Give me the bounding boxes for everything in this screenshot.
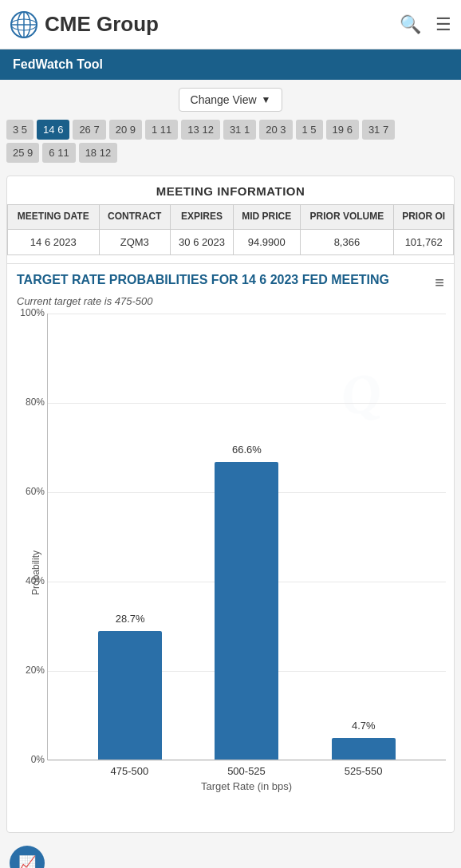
date-pills-container: 3 514 626 720 91 1113 1231 120 31 519 63… — [0, 116, 461, 169]
logo-text: CME Group — [45, 12, 159, 37]
y-axis-label: 40% — [13, 575, 45, 586]
y-axis-label: 100% — [13, 307, 45, 318]
main-card: MEETING INFORMATION MEETING DATECONTRACT… — [6, 176, 455, 833]
y-axis-label: 60% — [13, 486, 45, 497]
chart-section: TARGET RATE PROBABILITIES FOR 14 6 2023 … — [7, 263, 454, 832]
y-axis-label: 20% — [13, 665, 45, 676]
date-pill[interactable]: 20 3 — [259, 120, 292, 140]
x-axis-labels: 475-500500-525525-550 — [47, 760, 446, 777]
bar-value-label: 28.7% — [116, 613, 145, 625]
table-header-row: MEETING DATECONTRACTEXPIRESMID PRICEPRIO… — [8, 205, 454, 230]
search-icon[interactable]: 🔍 — [400, 14, 421, 35]
x-axis-label: 475-500 — [97, 765, 161, 777]
menu-icon[interactable]: ☰ — [435, 14, 451, 35]
chart-header: TARGET RATE PROBABILITIES FOR 14 6 2023 … — [7, 264, 454, 295]
bar-group: 28.7% — [98, 613, 162, 760]
chart-plot-area: Q 100%80%60%40%20%0% 28.7%66.6%4.7% — [47, 314, 446, 760]
bar-value-label: 4.7% — [352, 720, 376, 732]
bar — [98, 631, 162, 760]
header: CME Group 🔍 ☰ — [0, 0, 461, 49]
y-axis-title: Probability — [30, 550, 41, 595]
date-pill[interactable]: 20 9 — [109, 120, 142, 140]
bottom-nav: 📈 — [0, 839, 461, 868]
grid-line — [48, 760, 446, 761]
chart-subtitle: Current target rate is 475-500 — [7, 295, 454, 314]
fedwatch-bar: FedWatch Tool — [0, 49, 461, 80]
chart-title: TARGET RATE PROBABILITIES FOR 14 6 2023 … — [17, 272, 435, 289]
table-header-cell: CONTRACT — [99, 205, 171, 230]
table-header-cell: MID PRICE — [233, 205, 300, 230]
meeting-info-table: MEETING DATECONTRACTEXPIRESMID PRICEPRIO… — [7, 204, 454, 255]
bar — [332, 738, 396, 759]
date-pill[interactable]: 1 5 — [296, 120, 323, 140]
date-pill[interactable]: 19 6 — [326, 120, 359, 140]
date-row-1: 3 514 626 720 91 1113 1231 120 31 519 63… — [6, 120, 455, 140]
chart-icon: 📈 — [18, 854, 36, 868]
bottom-circle-button[interactable]: 📈 — [10, 846, 45, 868]
x-axis-label: 525-550 — [332, 765, 396, 777]
x-axis-title: Target Rate (in bps) — [47, 777, 446, 792]
header-icons: 🔍 ☰ — [400, 14, 451, 35]
table-header-cell: PRIOR VOLUME — [300, 205, 394, 230]
date-pill[interactable]: 6 11 — [42, 143, 75, 163]
date-pill[interactable]: 25 9 — [6, 143, 39, 163]
cme-globe-icon — [10, 10, 38, 39]
date-pill[interactable]: 31 7 — [362, 120, 395, 140]
date-row-2: 25 96 1118 12 — [6, 143, 455, 163]
date-pill[interactable]: 3 5 — [6, 120, 33, 140]
bar-group: 66.6% — [215, 444, 278, 760]
date-pill[interactable]: 13 12 — [181, 120, 220, 140]
table-header-cell: EXPIRES — [171, 205, 234, 230]
meeting-date-cell: 14 6 2023 — [8, 229, 100, 254]
date-pill[interactable]: 1 11 — [145, 120, 178, 140]
table-header-cell: MEETING DATE — [8, 205, 100, 230]
date-pill[interactable]: 18 12 — [79, 143, 118, 163]
date-pill[interactable]: 14 6 — [37, 120, 69, 140]
date-pill[interactable]: 26 7 — [73, 120, 105, 140]
chart-menu-icon[interactable]: ≡ — [435, 274, 444, 292]
y-axis-label: 80% — [13, 397, 45, 408]
table-row: 14 6 2023 ZQM3 30 6 2023 94.9900 8,366 1… — [8, 229, 454, 254]
prior-volume-cell: 8,366 — [300, 229, 394, 254]
table-header-cell: PRIOR OI — [394, 205, 454, 230]
x-axis-label: 500-525 — [215, 765, 278, 777]
mid-price-cell: 94.9900 — [233, 229, 300, 254]
change-view-row: Change View ▼ — [0, 80, 461, 116]
date-pill[interactable]: 31 1 — [223, 120, 256, 140]
prior-oi-cell: 101,762 — [394, 229, 454, 254]
logo-container: CME Group — [10, 10, 400, 39]
bar — [215, 462, 278, 760]
meeting-info-section: MEETING INFORMATION MEETING DATECONTRACT… — [7, 176, 454, 255]
y-axis-label: 0% — [13, 754, 45, 765]
bar-value-label: 66.6% — [232, 444, 262, 456]
bars-area: 28.7%66.6%4.7% — [48, 314, 446, 760]
meeting-info-title: MEETING INFORMATION — [7, 176, 454, 204]
expires-cell: 30 6 2023 — [171, 229, 234, 254]
chevron-down-icon: ▼ — [262, 94, 271, 105]
change-view-button[interactable]: Change View ▼ — [179, 88, 283, 112]
contract-cell: ZQM3 — [99, 229, 171, 254]
bar-group: 4.7% — [332, 720, 396, 759]
